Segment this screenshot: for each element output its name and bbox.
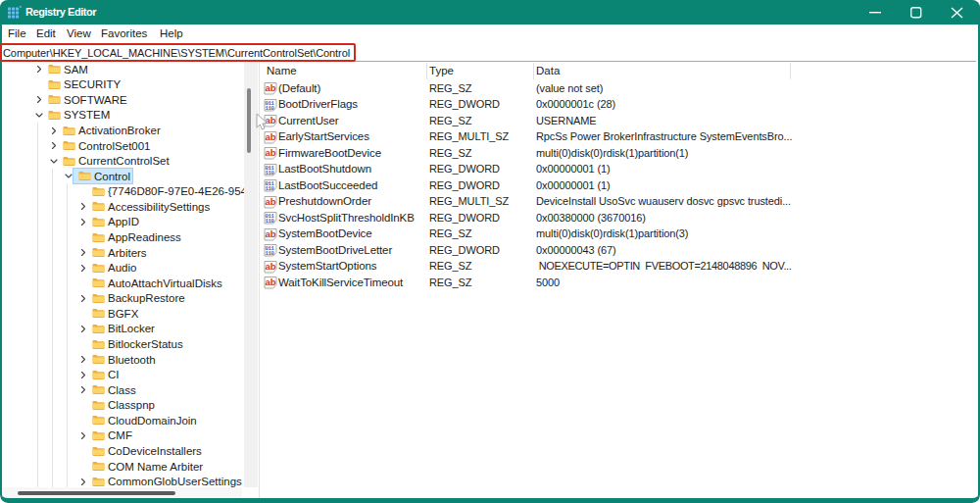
svg-text:110: 110 (266, 170, 275, 176)
svg-text:ab: ab (265, 277, 275, 287)
svg-text:110: 110 (266, 185, 275, 192)
svg-text:ab: ab (265, 147, 275, 158)
svg-text:110: 110 (266, 105, 275, 112)
svg-text:ab: ab (265, 228, 275, 239)
svg-text:ab: ab (265, 82, 275, 93)
svg-text:ab: ab (265, 261, 275, 272)
svg-text:110: 110 (266, 250, 275, 257)
svg-text:ab: ab (265, 131, 275, 142)
svg-text:ab: ab (265, 196, 275, 207)
svg-text:110: 110 (266, 218, 275, 225)
